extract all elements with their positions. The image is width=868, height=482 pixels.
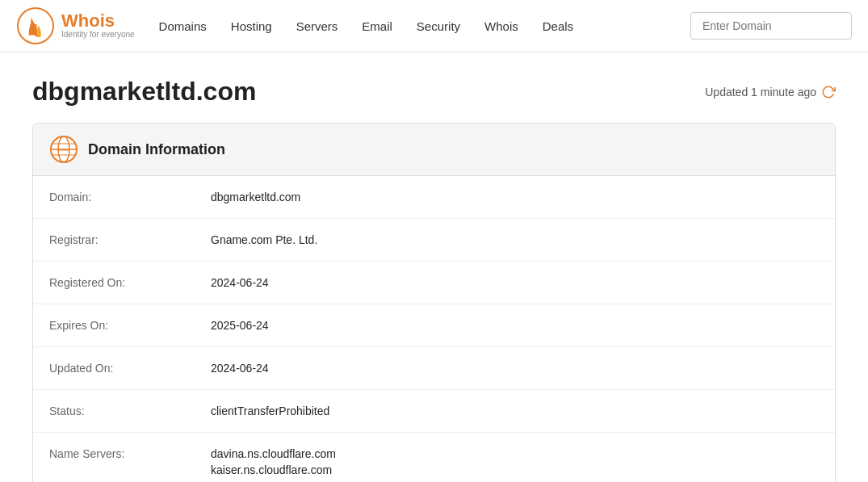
search-area — [690, 12, 852, 40]
row-value: Gname.com Pte. Ltd. — [195, 219, 835, 262]
table-row: Registrar:Gname.com Pte. Ltd. — [33, 219, 835, 262]
nameserver-entry: davina.ns.cloudflare.com — [211, 447, 819, 460]
nav-item-deals[interactable]: Deals — [543, 15, 573, 37]
info-table: Domain:dbgmarketltd.comRegistrar:Gname.c… — [33, 176, 835, 482]
card-header-title: Domain Information — [88, 141, 225, 158]
card-header: www Domain Information — [33, 124, 835, 176]
row-label: Name Servers: — [33, 433, 195, 483]
table-row: Updated On:2024-06-24 — [33, 347, 835, 390]
search-input[interactable] — [690, 12, 852, 40]
www-icon: www — [49, 135, 78, 164]
main-content: dbgmarketltd.com Updated 1 minute ago ww… — [0, 52, 868, 482]
row-label: Registered On: — [33, 262, 195, 304]
logo-icon — [16, 6, 55, 45]
table-row: Expires On:2025-06-24 — [33, 304, 835, 347]
nav-item-whois[interactable]: Whois — [484, 15, 518, 37]
row-value: clientTransferProhibited — [195, 390, 835, 433]
logo[interactable]: Whois Identity for everyone — [16, 6, 135, 45]
nav-item-hosting[interactable]: Hosting — [231, 15, 272, 37]
table-row: Name Servers:davina.ns.cloudflare.comkai… — [33, 433, 835, 483]
nav-item-servers[interactable]: Servers — [296, 15, 338, 37]
row-value: 2024-06-24 — [195, 262, 835, 304]
svg-text:www: www — [57, 147, 69, 152]
row-label: Status: — [33, 390, 195, 433]
nameserver-entry: kaiser.ns.cloudflare.com — [211, 463, 819, 476]
domain-title: dbgmarketltd.com — [32, 77, 256, 107]
nav-item-domains[interactable]: Domains — [159, 15, 207, 37]
navigation: Whois Identity for everyone Domains Host… — [0, 0, 868, 52]
row-value: 2025-06-24 — [195, 304, 835, 347]
logo-tagline: Identity for everyone — [61, 30, 135, 40]
logo-text: Whois Identity for everyone — [61, 12, 135, 40]
table-row: Status:clientTransferProhibited — [33, 390, 835, 433]
row-value: davina.ns.cloudflare.comkaiser.ns.cloudf… — [195, 433, 835, 483]
row-label: Expires On: — [33, 304, 195, 347]
domain-info-card: www Domain Information Domain:dbgmarketl… — [32, 123, 836, 482]
row-value: 2024-06-24 — [195, 347, 835, 390]
updated-info: Updated 1 minute ago — [705, 85, 836, 99]
row-label: Updated On: — [33, 347, 195, 390]
row-label: Registrar: — [33, 219, 195, 262]
nav-item-security[interactable]: Security — [417, 15, 460, 37]
logo-name: Whois — [61, 12, 135, 30]
table-row: Registered On:2024-06-24 — [33, 262, 835, 304]
updated-text: Updated 1 minute ago — [705, 86, 816, 98]
row-value: dbgmarketltd.com — [195, 176, 835, 219]
nav-links: Domains Hosting Servers Email Security W… — [159, 15, 690, 37]
row-label: Domain: — [33, 176, 195, 219]
table-row: Domain:dbgmarketltd.com — [33, 176, 835, 219]
refresh-icon[interactable] — [821, 85, 836, 99]
nav-item-email[interactable]: Email — [362, 15, 392, 37]
domain-header: dbgmarketltd.com Updated 1 minute ago — [32, 77, 836, 107]
